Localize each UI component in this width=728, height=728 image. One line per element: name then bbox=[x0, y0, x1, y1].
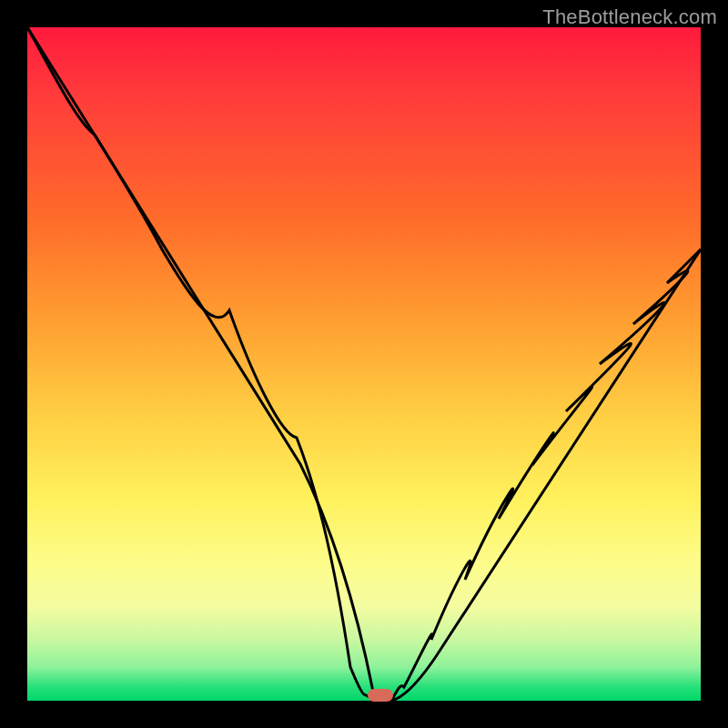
chart-frame: TheBottleneck.com bbox=[0, 0, 728, 728]
plot-area bbox=[27, 27, 701, 701]
bottleneck-marker bbox=[368, 689, 393, 702]
bottleneck-curve bbox=[27, 27, 701, 701]
watermark-text: TheBottleneck.com bbox=[542, 5, 717, 29]
